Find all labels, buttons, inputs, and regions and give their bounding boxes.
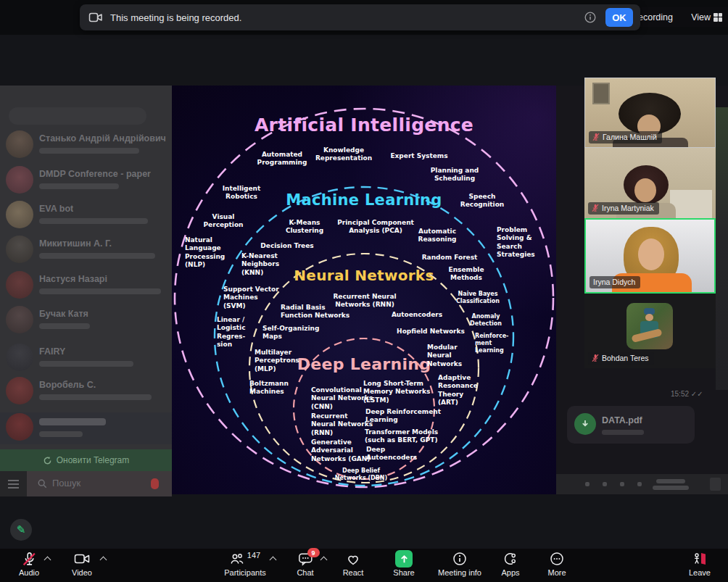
chat-title: DMDP Conference - paper	[39, 169, 151, 179]
chat-preview	[39, 323, 90, 329]
apps-button[interactable]: Apps	[489, 551, 532, 577]
chat-label: Chat	[297, 568, 313, 577]
wall-frame	[592, 83, 610, 104]
participant-name-chip: Iryna Martyniak	[588, 202, 659, 215]
toast-message: This meeting is being recorded.	[110, 12, 241, 23]
mic-muted-icon	[592, 204, 599, 212]
chat-button[interactable]: 9 Chat	[284, 551, 327, 577]
chat-list-item[interactable]: Настуся Назарі	[0, 270, 172, 302]
participant-tile[interactable]: Bohdan Teres	[584, 294, 716, 368]
avatar	[6, 306, 33, 333]
video-label: Video	[72, 568, 92, 577]
react-button[interactable]: React	[331, 551, 375, 577]
diagram-term: Long Short-Term Memory Networks (LSTM)	[363, 380, 430, 404]
video-camera-icon	[74, 552, 90, 565]
participant-tile-active-speaker[interactable]: Iryna Didych	[584, 218, 716, 294]
menu-button[interactable]	[0, 471, 27, 496]
participant-name: Iryna Didych	[593, 278, 635, 286]
chat-title: EVA bot	[39, 204, 73, 214]
share-button[interactable]: Share	[380, 551, 428, 577]
meeting-info-label: Meeting info	[438, 568, 481, 577]
leave-door-icon	[692, 552, 708, 566]
diagram-term: Deep Autoencoders	[366, 446, 417, 462]
view-button-label[interactable]: View	[691, 12, 711, 22]
chat-list-item[interactable]: FAIRY	[0, 343, 172, 375]
participant-name: Bohdan Teres	[602, 354, 649, 362]
pencil-icon: ✎	[17, 523, 26, 536]
chat-title: Настуся Назарі	[39, 274, 107, 284]
leave-label: Leave	[689, 568, 711, 577]
participant-tile[interactable]: Iryna Martyniak	[584, 148, 716, 218]
diagram-term: Visual Perception	[204, 213, 244, 230]
ml-ring-title: Machine Learning	[286, 191, 442, 209]
radiator	[670, 190, 712, 218]
diagram-term: Ensemble Methods	[448, 266, 484, 283]
chat-list-item[interactable]: Воробель С.	[0, 376, 172, 408]
file-name: DATA.pdf	[602, 415, 642, 425]
diagram-term: K-Nearest Neighbors (KNN)	[241, 252, 279, 277]
chat-list-item[interactable]: Станько Андрій Андрійович	[0, 130, 172, 162]
participant-name-chip: Bohdan Teres	[588, 352, 654, 365]
ok-button[interactable]: OK	[605, 8, 633, 27]
more-button[interactable]: More	[535, 551, 579, 577]
chat-title: Бучак Катя	[39, 309, 88, 319]
background-message-strip	[716, 107, 728, 390]
avatar	[6, 377, 33, 404]
video-button[interactable]: Video	[60, 551, 104, 577]
diagram-term: Adaptive Resonance Theory (ART)	[438, 374, 478, 407]
annotate-button[interactable]: ✎	[10, 519, 32, 541]
chat-preview	[39, 431, 83, 437]
hamburger-icon	[8, 483, 19, 485]
taskbar-icon	[603, 482, 607, 486]
diagram-term: Decision Trees	[260, 242, 313, 250]
more-label: More	[547, 568, 566, 577]
chat-list-item[interactable]: Микитишин А. Г.	[0, 235, 172, 267]
chat-list-item[interactable]: Бучак Катя	[0, 305, 172, 337]
message-time: 15:52 ✓✓	[671, 390, 703, 398]
chat-list-item-selected[interactable]	[0, 412, 172, 444]
chat-preview	[39, 253, 155, 259]
diagram-term: Transformer Models (such as BERT, GPT)	[365, 428, 438, 445]
file-download-icon	[574, 413, 596, 435]
ai-ring-title: Artificial Intelligence	[255, 115, 473, 136]
diagram-term: Speech Recognition	[460, 193, 504, 209]
meeting-info-button[interactable]: Meeting info	[427, 551, 492, 577]
background-taskbar	[556, 474, 728, 494]
audio-button[interactable]: Audio	[7, 551, 51, 577]
heart-icon	[346, 552, 360, 566]
info-icon[interactable]	[584, 11, 597, 24]
mic-muted-icon	[22, 552, 37, 567]
avatar	[6, 271, 33, 299]
leave-button[interactable]: Leave	[678, 551, 721, 577]
mic-muted-icon	[592, 354, 599, 362]
diagram-term: Anomaly Detection	[470, 313, 502, 328]
diagram-term: Hopfield Networks	[397, 328, 465, 336]
participants-icon	[230, 552, 244, 566]
participant-tile[interactable]: Галина Машлій	[584, 78, 716, 148]
background-chat-panel: Станько Андрій Андрійович DMDP Conferenc…	[0, 86, 172, 496]
participant-name-chip: Галина Машлій	[589, 131, 662, 144]
diagram-term: Multilayer Perceptrons (MLP)	[255, 349, 299, 373]
update-telegram-banner[interactable]: Оновити Telegram	[0, 449, 172, 471]
chat-title: FAIRY	[39, 346, 65, 357]
grid-view-icon[interactable]	[713, 13, 722, 22]
file-attachment[interactable]: DATA.pdf	[567, 406, 695, 444]
diagram-term: Automatic Reasoning	[418, 228, 457, 244]
participants-label: Participants	[224, 568, 265, 577]
diagram-term: Principal Component Analysis (PCA)	[337, 219, 414, 236]
avatar	[6, 201, 33, 228]
chat-title	[39, 418, 106, 425]
diagram-term: Deep Belief Networks (DBN)	[335, 467, 387, 482]
chat-list-item[interactable]: EVA bot	[0, 200, 172, 232]
avatar	[6, 413, 33, 441]
diagram-term: Knowledge Representation	[315, 146, 372, 163]
chat-list-item[interactable]: DMDP Conference - paper	[0, 165, 172, 197]
diagram-term: Boltzmann Machines	[249, 380, 289, 396]
participants-button[interactable]: 147 Participants	[215, 551, 276, 577]
diagram-term: Planning and Scheduling	[431, 167, 479, 183]
diagram-term: K-Means Clustering	[286, 219, 323, 236]
diagram-term: Problem Solving & Search Strategies	[497, 226, 535, 259]
participant-name: Галина Машлій	[603, 133, 657, 141]
apps-icon	[503, 552, 518, 566]
diagram-term: Deep Reinforcement Learning	[365, 408, 441, 425]
